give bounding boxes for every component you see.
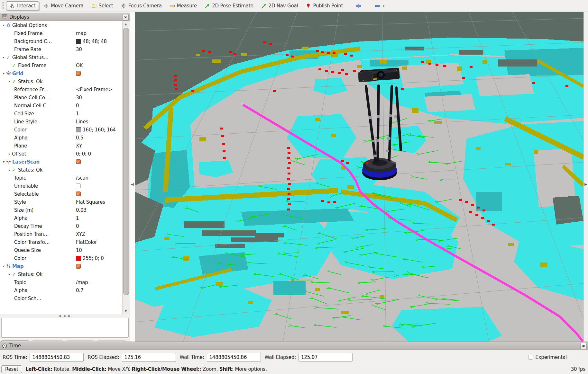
tree-row-value[interactable]: /scan bbox=[74, 174, 122, 182]
tree-row[interactable]: Size (m)0.03 bbox=[0, 206, 122, 214]
expander-open-icon[interactable]: ▾ bbox=[1, 264, 6, 268]
tree-row[interactable]: Topic/map bbox=[0, 278, 122, 286]
tree-row-value[interactable]: 0 bbox=[74, 102, 122, 110]
expander-closed-icon[interactable]: ▸ bbox=[7, 272, 12, 276]
tree-row-value[interactable] bbox=[74, 21, 122, 29]
pose-estimate-tool-button[interactable]: 2D Pose Estimate bbox=[201, 2, 256, 10]
remove-tool-button[interactable]: ▾ bbox=[372, 2, 388, 10]
tree-row-value[interactable]: FlatColor bbox=[74, 238, 122, 246]
tree-row-value[interactable] bbox=[74, 77, 122, 85]
checkbox-checked[interactable]: ✓ bbox=[76, 159, 81, 164]
tree-row-value[interactable]: ✓ bbox=[74, 69, 122, 77]
expander-closed-icon[interactable]: ▸ bbox=[7, 80, 12, 83]
tree-row-value[interactable]: 30 bbox=[74, 94, 122, 102]
tree-row-value[interactable]: 1 bbox=[74, 110, 122, 118]
tree-row[interactable]: Frame Rate30 bbox=[0, 45, 122, 53]
close-icon[interactable]: ✖ bbox=[122, 14, 129, 21]
tree-row[interactable]: ▾Global Options bbox=[0, 21, 122, 29]
expander-closed-icon[interactable]: ▸ bbox=[7, 168, 12, 172]
tree-row[interactable]: Reference Fr…<Fixed Frame> bbox=[0, 85, 122, 94]
tree-row[interactable]: Color Sch… bbox=[0, 294, 122, 302]
collapse-left-icon[interactable]: ◀ bbox=[131, 182, 133, 186]
tree-row[interactable]: Alpha0.7 bbox=[0, 286, 122, 294]
tree-row-value[interactable]: ✓ bbox=[74, 262, 122, 270]
tree-row[interactable]: Normal Cell C…0 bbox=[0, 102, 122, 110]
tree-row-value[interactable]: 0 bbox=[74, 222, 122, 230]
tree-row[interactable]: ▾Grid✓ bbox=[0, 69, 122, 77]
tree-row-value[interactable]: 10 bbox=[74, 246, 122, 254]
expander-open-icon[interactable]: ▾ bbox=[1, 23, 6, 27]
expander-closed-icon[interactable]: ▸ bbox=[7, 152, 12, 156]
move-camera-tool-button[interactable]: Move Camera bbox=[40, 2, 87, 10]
close-icon[interactable]: ✖ bbox=[580, 343, 587, 349]
time-panel-header[interactable]: Time ✖ bbox=[0, 342, 588, 350]
scrollbar-thumb[interactable] bbox=[123, 28, 129, 295]
tree-row-value[interactable]: XY bbox=[74, 142, 122, 150]
tree-row[interactable]: Unreliable bbox=[0, 182, 122, 190]
expander-open-icon[interactable]: ▾ bbox=[1, 72, 6, 75]
tree-row[interactable]: Plane Cell Co…30 bbox=[0, 94, 122, 102]
expander-open-icon[interactable]: ▾ bbox=[1, 160, 6, 164]
tree-row[interactable]: ▾LaserScan✓ bbox=[0, 158, 122, 166]
tree-row[interactable]: Background C…48; 48; 48 bbox=[0, 37, 122, 45]
right-splitter[interactable]: ▶ bbox=[583, 12, 588, 342]
publish-point-tool-button[interactable]: Publish Point bbox=[302, 2, 346, 10]
toolbar-grip[interactable] bbox=[2, 2, 4, 10]
tree-row-value[interactable] bbox=[74, 53, 122, 61]
tree-row-value[interactable]: 1 bbox=[74, 214, 122, 222]
tree-row-value[interactable]: 255; 0; 0 bbox=[74, 254, 122, 262]
tree-row[interactable]: ▸✓Status: Ok bbox=[0, 77, 122, 85]
focus-camera-tool-button[interactable]: Focus Camera bbox=[118, 2, 165, 10]
tree-row[interactable]: Cell Size1 bbox=[0, 110, 122, 118]
tree-row[interactable]: Position Tran…XYZ bbox=[0, 230, 122, 238]
tree-row[interactable]: Alpha0.5 bbox=[0, 134, 122, 142]
checkbox-unchecked[interactable] bbox=[76, 183, 81, 188]
tree-row[interactable]: ▾Map✓ bbox=[0, 262, 122, 270]
tree-row-value[interactable]: ✓ bbox=[74, 190, 122, 198]
tree-row-value[interactable]: map bbox=[74, 29, 122, 37]
tree-row[interactable]: Alpha1 bbox=[0, 214, 122, 222]
tree-row-value[interactable] bbox=[74, 294, 122, 302]
select-tool-button[interactable]: Select bbox=[88, 2, 116, 10]
tree-row[interactable]: ▸✓Status: Ok bbox=[0, 270, 122, 278]
time-field-value-input[interactable]: 1488805450.86 bbox=[207, 353, 261, 362]
tree-row[interactable]: StyleFlat Squares bbox=[0, 198, 122, 206]
tree-row-value[interactable] bbox=[74, 182, 122, 190]
time-field-value-input[interactable]: 125.16 bbox=[122, 353, 176, 362]
tree-row[interactable]: Color255; 0; 0 bbox=[0, 254, 122, 262]
tree-row[interactable]: ✓Fixed FrameOK bbox=[0, 61, 122, 69]
left-splitter[interactable]: ◀ bbox=[130, 12, 135, 342]
scroll-up-icon[interactable]: ▲ bbox=[123, 21, 129, 27]
tree-row[interactable]: Color Transfo…FlatColor bbox=[0, 238, 122, 246]
expander-open-icon[interactable]: ▾ bbox=[1, 56, 6, 59]
checkbox-checked[interactable]: ✓ bbox=[76, 71, 81, 76]
chevron-down-icon[interactable]: ▾ bbox=[383, 4, 384, 8]
tree-row[interactable]: Fixed Framemap bbox=[0, 29, 122, 37]
experimental-option[interactable]: Experimental bbox=[528, 350, 567, 364]
tree-row-value[interactable]: 0.7 bbox=[74, 286, 122, 294]
tree-row-value[interactable]: ✓ bbox=[74, 158, 122, 166]
tree-row-value[interactable]: 30 bbox=[74, 45, 122, 53]
tree-row[interactable]: Line StyleLines bbox=[0, 118, 122, 126]
tree-row[interactable]: Queue Size10 bbox=[0, 246, 122, 254]
experimental-checkbox[interactable] bbox=[528, 355, 533, 360]
tree-row-value[interactable] bbox=[74, 270, 122, 278]
collapse-right-icon[interactable]: ▶ bbox=[584, 182, 587, 186]
displays-tree[interactable]: ▾Global OptionsFixed FramemapBackground … bbox=[0, 21, 122, 314]
tree-row[interactable]: ▾✓Global Status… bbox=[0, 53, 122, 61]
measure-tool-button[interactable]: Measure bbox=[166, 2, 200, 10]
tree-scrollbar[interactable]: ▲ ▼ bbox=[122, 21, 129, 314]
panel-splitter-handle[interactable]: ● ● ● bbox=[0, 315, 130, 317]
time-field-value-input[interactable]: 125.07 bbox=[299, 353, 353, 362]
tree-row-value[interactable]: Lines bbox=[74, 118, 122, 126]
add-tool-button[interactable] bbox=[353, 2, 364, 10]
tree-row[interactable]: ▸✓Status: Ok bbox=[0, 166, 122, 174]
tree-row-value[interactable]: <Fixed Frame> bbox=[74, 85, 122, 94]
tree-row-value[interactable]: 0; 0; 0 bbox=[74, 150, 122, 158]
checkbox-checked[interactable]: ✓ bbox=[76, 191, 81, 196]
displays-panel-header[interactable]: Displays ✖ bbox=[0, 13, 130, 21]
tree-row-value[interactable]: Flat Squares bbox=[74, 198, 122, 206]
tree-row[interactable]: PlaneXY bbox=[0, 142, 122, 150]
reset-button[interactable]: Reset bbox=[1, 365, 22, 373]
nav-goal-tool-button[interactable]: 2D Nav Goal bbox=[258, 2, 301, 10]
